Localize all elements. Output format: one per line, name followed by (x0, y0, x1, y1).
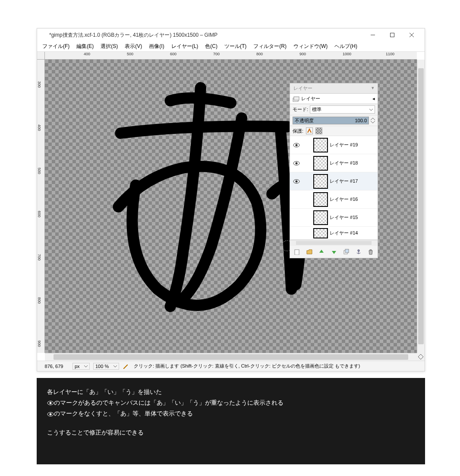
titlebar[interactable]: *gimp捜査方法.xcf-1.0 (RGBカラー, 41枚のレイヤー) 150… (37, 29, 425, 41)
close-button[interactable] (402, 29, 421, 41)
chevron-down-icon (84, 365, 88, 368)
opacity-row: 不透明度 100.0 (290, 115, 378, 126)
layer-row[interactable]: レイヤー #16 (290, 190, 378, 209)
caption-line: のマークをなくすと、「あ」等、単体で表示できる (47, 408, 415, 419)
chevron-down-icon (113, 365, 117, 368)
layer-thumbnail[interactable] (313, 228, 328, 238)
menubar: ファイル(F) 編集(E) 選択(S) 表示(V) 画像(I) レイヤー(L) … (37, 41, 425, 52)
minimize-button[interactable] (363, 29, 382, 41)
delete-layer-button[interactable] (366, 248, 375, 256)
tool-hint: クリック: 描画します (Shift-クリック: 直線を引く, Ctrl-クリッ… (132, 363, 423, 369)
layer-row[interactable]: レイヤー #14 (290, 227, 378, 240)
layer-group-button[interactable] (305, 248, 314, 256)
layer-row[interactable]: レイヤー #15 (290, 209, 378, 227)
eye-icon (47, 400, 54, 406)
stepper-down-icon[interactable] (371, 121, 375, 124)
lock-pixels-icon[interactable] (306, 127, 313, 134)
unit-selector[interactable]: px (72, 363, 90, 370)
opacity-stepper[interactable] (371, 117, 375, 124)
tab-arrow-icon[interactable]: ◂ (372, 96, 375, 102)
layer-row[interactable]: レイヤー #17 (290, 172, 378, 190)
blend-mode-row: モード: 標準 (290, 104, 378, 115)
workspace: 400 500 600 700 800 900 1000 1100 300 40… (37, 52, 425, 361)
svg-rect-13 (295, 250, 299, 255)
svg-rect-15 (345, 249, 349, 253)
layers-icon (293, 96, 299, 102)
horizontal-scrollbar[interactable] (45, 353, 417, 361)
layer-thumbnail[interactable] (313, 174, 328, 189)
vertical-ruler[interactable]: 300 400 500 600 700 800 900 (37, 60, 45, 353)
window-controls (363, 29, 421, 41)
gimp-main-window: *gimp捜査方法.xcf-1.0 (RGBカラー, 41枚のレイヤー) 150… (37, 28, 425, 371)
menu-view[interactable]: 表示(V) (121, 42, 145, 51)
svg-point-12 (296, 180, 298, 182)
eye-icon (47, 412, 54, 417)
caption-line: 各レイヤーに「あ」「い」「う」を描いた (47, 387, 415, 397)
zoom-selector[interactable]: 100 % (93, 363, 119, 370)
lock-alpha-icon[interactable] (315, 127, 322, 134)
layers-dock[interactable]: レイヤー ▾ レイヤー ◂ モード: 標準 不透明度 100.0 (290, 83, 378, 258)
svg-point-8 (296, 144, 298, 146)
layer-thumbnail[interactable] (313, 210, 328, 225)
lock-row: 保護: (290, 126, 378, 136)
svg-rect-6 (294, 97, 299, 100)
layer-action-buttons (290, 246, 378, 258)
maximize-button[interactable] (382, 29, 402, 41)
menu-windows[interactable]: ウィンドウ(W) (290, 42, 331, 51)
vertical-scrollbar[interactable] (417, 60, 425, 353)
layer-list-scrollbar[interactable] (290, 240, 378, 246)
layer-row[interactable]: レイヤー #18 (290, 154, 378, 172)
svg-rect-1 (390, 33, 394, 37)
eye-icon[interactable] (293, 179, 300, 184)
caption-line: こうすることで修正が容易にできる (47, 427, 415, 438)
duplicate-layer-button[interactable] (342, 248, 350, 256)
svg-point-19 (50, 413, 52, 415)
eye-icon[interactable] (293, 143, 300, 148)
caption-box: 各レイヤーに「あ」「い」「う」を描いた のマークがあるのでキャンバスには「あ」「… (37, 378, 425, 464)
menu-layer[interactable]: レイヤー(L) (168, 42, 202, 51)
horizontal-ruler[interactable]: 400 500 600 700 800 900 1000 1100 (45, 52, 417, 60)
svg-point-17 (50, 402, 52, 404)
statusbar: 876, 679 px 100 % クリック: 描画します (Shift-クリッ… (37, 361, 425, 371)
layer-thumbnail[interactable] (313, 156, 328, 171)
layer-thumbnail[interactable] (313, 138, 328, 152)
eye-icon[interactable] (293, 161, 300, 166)
navigation-corner[interactable] (417, 353, 425, 361)
menu-filters[interactable]: フィルター(R) (250, 42, 290, 51)
chevron-down-icon (369, 108, 373, 111)
caption-line: のマークがあるのでキャンバスには「あ」「い」「う」が重なったように表示される (47, 397, 415, 408)
blend-mode-select[interactable]: 標準 (310, 105, 375, 114)
menu-help[interactable]: ヘルプ(H) (331, 42, 361, 51)
layer-list[interactable]: レイヤー #19 レイヤー #18 レイヤー #17 (290, 136, 378, 240)
opacity-slider[interactable]: 不透明度 100.0 (293, 117, 369, 124)
new-layer-button[interactable] (293, 248, 301, 256)
paintbrush-icon (123, 363, 129, 369)
cursor-coordinates: 876, 679 (39, 364, 69, 369)
svg-point-10 (296, 162, 298, 164)
anchor-layer-button[interactable] (354, 248, 363, 256)
stepper-up-icon[interactable] (371, 117, 375, 121)
layer-thumbnail[interactable] (313, 192, 328, 207)
menu-tools[interactable]: ツール(T) (221, 42, 250, 51)
menu-select[interactable]: 選択(S) (97, 42, 121, 51)
menu-file[interactable]: ファイル(F) (39, 42, 73, 51)
ruler-origin[interactable] (37, 52, 45, 60)
layer-row[interactable]: レイヤー #19 (290, 136, 378, 154)
raise-layer-button[interactable] (317, 248, 326, 256)
menu-edit[interactable]: 編集(E) (73, 42, 97, 51)
lower-layer-button[interactable] (330, 248, 338, 256)
menu-image[interactable]: 画像(I) (145, 42, 167, 51)
layers-tab[interactable]: レイヤー ◂ (290, 94, 378, 104)
dock-title[interactable]: レイヤー ▾ (290, 83, 378, 94)
dock-menu-icon[interactable]: ▾ (372, 85, 374, 92)
window-title: *gimp捜査方法.xcf-1.0 (RGBカラー, 41枚のレイヤー) 150… (41, 32, 363, 39)
menu-colors[interactable]: 色(C) (202, 42, 221, 51)
